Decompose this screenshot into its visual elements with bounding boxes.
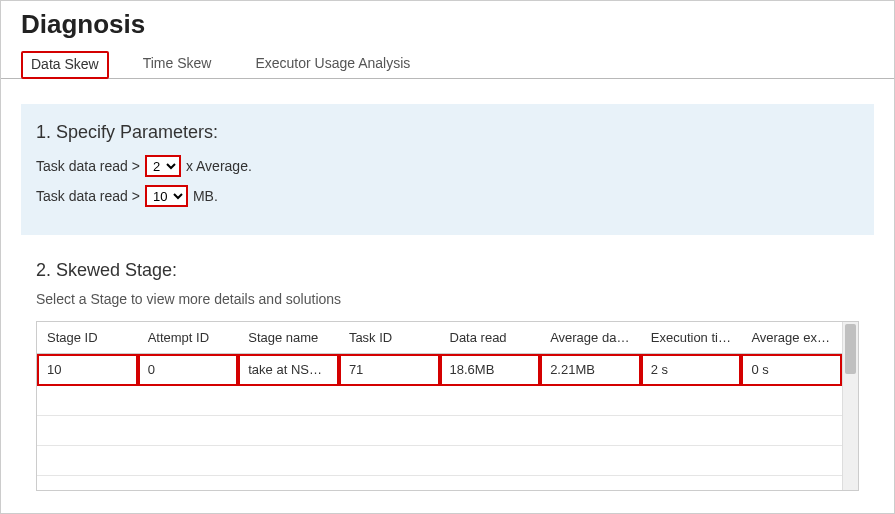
- param-line2-prefix: Task data read >: [36, 188, 140, 204]
- param-line-mb: Task data read > 10 MB.: [36, 185, 859, 207]
- col-avg-exec[interactable]: Average exe…: [741, 322, 842, 354]
- tab-executor-usage[interactable]: Executor Usage Analysis: [245, 50, 420, 78]
- table-row[interactable]: 10 0 take at NSer… 71 18.6MB 2.21MB 2 s …: [37, 354, 842, 386]
- cell-stage-name: take at NSer…: [238, 354, 339, 386]
- cell-avg-exec: 0 s: [741, 354, 842, 386]
- multiplier-select[interactable]: 2: [145, 155, 181, 177]
- cell-avg-data: 2.21MB: [540, 354, 641, 386]
- page-title: Diagnosis: [1, 1, 894, 50]
- col-task-id[interactable]: Task ID: [339, 322, 440, 354]
- skewed-table: Stage ID Attempt ID Stage name Task ID D…: [37, 322, 842, 476]
- param-line-multiplier: Task data read > 2 x Average.: [36, 155, 859, 177]
- table-row: [37, 386, 842, 416]
- specify-parameters-panel: 1. Specify Parameters: Task data read > …: [21, 104, 874, 235]
- cell-attempt-id: 0: [138, 354, 239, 386]
- col-avg-data[interactable]: Average dat…: [540, 322, 641, 354]
- tab-time-skew[interactable]: Time Skew: [133, 50, 222, 78]
- cell-data-read: 18.6MB: [440, 354, 541, 386]
- col-data-read[interactable]: Data read: [440, 322, 541, 354]
- skewed-stage-title: 2. Skewed Stage:: [36, 260, 859, 281]
- col-exec-time[interactable]: Execution time: [641, 322, 742, 354]
- table-scrollbar[interactable]: [842, 322, 858, 490]
- tab-data-skew[interactable]: Data Skew: [21, 51, 109, 79]
- mb-select[interactable]: 10: [145, 185, 188, 207]
- scrollbar-thumb[interactable]: [845, 324, 856, 374]
- cell-exec-time: 2 s: [641, 354, 742, 386]
- col-stage-name[interactable]: Stage name: [238, 322, 339, 354]
- param-line1-prefix: Task data read >: [36, 158, 140, 174]
- cell-task-id: 71: [339, 354, 440, 386]
- cell-stage-id: 10: [37, 354, 138, 386]
- param-line2-suffix: MB.: [193, 188, 218, 204]
- skewed-stage-subtitle: Select a Stage to view more details and …: [36, 291, 859, 307]
- param-line1-suffix: x Average.: [186, 158, 252, 174]
- col-stage-id[interactable]: Stage ID: [37, 322, 138, 354]
- skewed-table-wrap: Stage ID Attempt ID Stage name Task ID D…: [36, 321, 859, 491]
- table-row: [37, 416, 842, 446]
- tab-bar: Data Skew Time Skew Executor Usage Analy…: [1, 50, 894, 79]
- col-attempt-id[interactable]: Attempt ID: [138, 322, 239, 354]
- table-row: [37, 446, 842, 476]
- specify-parameters-title: 1. Specify Parameters:: [36, 122, 859, 143]
